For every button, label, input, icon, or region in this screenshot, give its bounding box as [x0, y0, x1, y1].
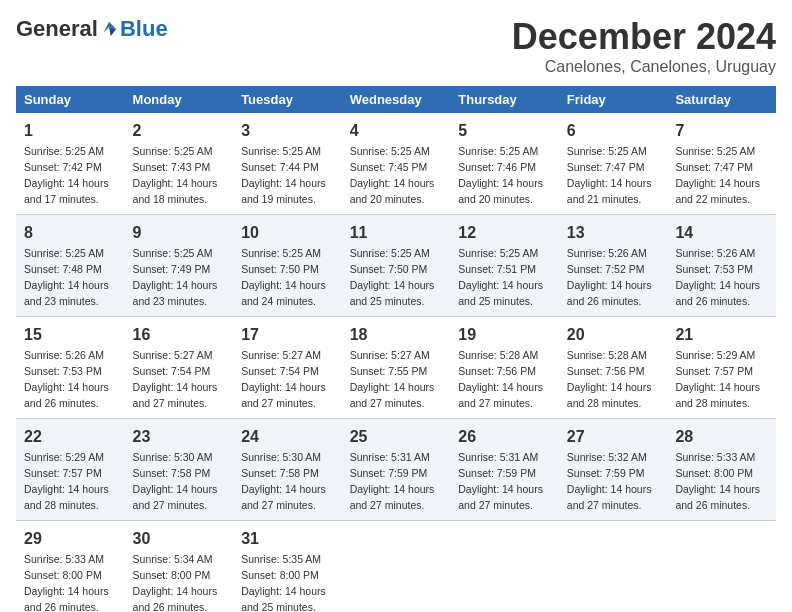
day-info: Sunrise: 5:25 AMSunset: 7:43 PMDaylight:…	[133, 145, 218, 205]
day-info: Sunrise: 5:31 AMSunset: 7:59 PMDaylight:…	[458, 451, 543, 511]
logo-blue: Blue	[120, 16, 168, 42]
calendar-cell: 17 Sunrise: 5:27 AMSunset: 7:54 PMDaylig…	[233, 316, 342, 418]
day-number: 20	[567, 323, 660, 346]
day-number: 27	[567, 425, 660, 448]
calendar-cell: 29 Sunrise: 5:33 AMSunset: 8:00 PMDaylig…	[16, 520, 125, 612]
day-info: Sunrise: 5:35 AMSunset: 8:00 PMDaylight:…	[241, 553, 326, 612]
day-info: Sunrise: 5:27 AMSunset: 7:54 PMDaylight:…	[241, 349, 326, 409]
calendar-week-row: 22 Sunrise: 5:29 AMSunset: 7:57 PMDaylig…	[16, 418, 776, 520]
calendar-week-row: 29 Sunrise: 5:33 AMSunset: 8:00 PMDaylig…	[16, 520, 776, 612]
calendar-cell: 16 Sunrise: 5:27 AMSunset: 7:54 PMDaylig…	[125, 316, 234, 418]
calendar-cell: 28 Sunrise: 5:33 AMSunset: 8:00 PMDaylig…	[667, 418, 776, 520]
calendar-cell: 14 Sunrise: 5:26 AMSunset: 7:53 PMDaylig…	[667, 214, 776, 316]
day-number: 10	[241, 221, 334, 244]
day-info: Sunrise: 5:26 AMSunset: 7:53 PMDaylight:…	[675, 247, 760, 307]
day-number: 31	[241, 527, 334, 550]
day-info: Sunrise: 5:26 AMSunset: 7:53 PMDaylight:…	[24, 349, 109, 409]
day-number: 24	[241, 425, 334, 448]
day-info: Sunrise: 5:27 AMSunset: 7:54 PMDaylight:…	[133, 349, 218, 409]
calendar-cell: 31 Sunrise: 5:35 AMSunset: 8:00 PMDaylig…	[233, 520, 342, 612]
calendar-cell: 4 Sunrise: 5:25 AMSunset: 7:45 PMDayligh…	[342, 113, 451, 214]
title-block: December 2024 Canelones, Canelones, Urug…	[512, 16, 776, 76]
header-saturday: Saturday	[667, 86, 776, 113]
calendar-week-row: 15 Sunrise: 5:26 AMSunset: 7:53 PMDaylig…	[16, 316, 776, 418]
day-number: 13	[567, 221, 660, 244]
day-number: 6	[567, 119, 660, 142]
day-info: Sunrise: 5:25 AMSunset: 7:47 PMDaylight:…	[675, 145, 760, 205]
day-info: Sunrise: 5:32 AMSunset: 7:59 PMDaylight:…	[567, 451, 652, 511]
location: Canelones, Canelones, Uruguay	[512, 58, 776, 76]
header-wednesday: Wednesday	[342, 86, 451, 113]
day-info: Sunrise: 5:25 AMSunset: 7:50 PMDaylight:…	[350, 247, 435, 307]
calendar-cell: 11 Sunrise: 5:25 AMSunset: 7:50 PMDaylig…	[342, 214, 451, 316]
calendar-cell: 2 Sunrise: 5:25 AMSunset: 7:43 PMDayligh…	[125, 113, 234, 214]
header-monday: Monday	[125, 86, 234, 113]
month-title: December 2024	[512, 16, 776, 58]
calendar-cell: 3 Sunrise: 5:25 AMSunset: 7:44 PMDayligh…	[233, 113, 342, 214]
day-info: Sunrise: 5:25 AMSunset: 7:49 PMDaylight:…	[133, 247, 218, 307]
day-info: Sunrise: 5:28 AMSunset: 7:56 PMDaylight:…	[458, 349, 543, 409]
calendar-cell: 27 Sunrise: 5:32 AMSunset: 7:59 PMDaylig…	[559, 418, 668, 520]
day-info: Sunrise: 5:28 AMSunset: 7:56 PMDaylight:…	[567, 349, 652, 409]
day-info: Sunrise: 5:34 AMSunset: 8:00 PMDaylight:…	[133, 553, 218, 612]
day-info: Sunrise: 5:33 AMSunset: 8:00 PMDaylight:…	[675, 451, 760, 511]
day-info: Sunrise: 5:29 AMSunset: 7:57 PMDaylight:…	[675, 349, 760, 409]
calendar-cell	[559, 520, 668, 612]
day-number: 9	[133, 221, 226, 244]
calendar-cell: 21 Sunrise: 5:29 AMSunset: 7:57 PMDaylig…	[667, 316, 776, 418]
day-number: 23	[133, 425, 226, 448]
calendar-cell: 25 Sunrise: 5:31 AMSunset: 7:59 PMDaylig…	[342, 418, 451, 520]
calendar-cell	[667, 520, 776, 612]
calendar-cell: 26 Sunrise: 5:31 AMSunset: 7:59 PMDaylig…	[450, 418, 559, 520]
calendar-cell: 6 Sunrise: 5:25 AMSunset: 7:47 PMDayligh…	[559, 113, 668, 214]
calendar-week-row: 1 Sunrise: 5:25 AMSunset: 7:42 PMDayligh…	[16, 113, 776, 214]
day-number: 1	[24, 119, 117, 142]
calendar-cell: 7 Sunrise: 5:25 AMSunset: 7:47 PMDayligh…	[667, 113, 776, 214]
calendar-cell: 22 Sunrise: 5:29 AMSunset: 7:57 PMDaylig…	[16, 418, 125, 520]
day-number: 19	[458, 323, 551, 346]
day-number: 2	[133, 119, 226, 142]
day-number: 3	[241, 119, 334, 142]
header-tuesday: Tuesday	[233, 86, 342, 113]
day-number: 22	[24, 425, 117, 448]
day-number: 5	[458, 119, 551, 142]
calendar-cell: 5 Sunrise: 5:25 AMSunset: 7:46 PMDayligh…	[450, 113, 559, 214]
calendar-cell: 20 Sunrise: 5:28 AMSunset: 7:56 PMDaylig…	[559, 316, 668, 418]
calendar-cell: 23 Sunrise: 5:30 AMSunset: 7:58 PMDaylig…	[125, 418, 234, 520]
day-info: Sunrise: 5:25 AMSunset: 7:44 PMDaylight:…	[241, 145, 326, 205]
day-number: 7	[675, 119, 768, 142]
logo-bird-icon	[100, 20, 118, 38]
calendar-cell: 9 Sunrise: 5:25 AMSunset: 7:49 PMDayligh…	[125, 214, 234, 316]
day-number: 30	[133, 527, 226, 550]
header-sunday: Sunday	[16, 86, 125, 113]
calendar-cell: 8 Sunrise: 5:25 AMSunset: 7:48 PMDayligh…	[16, 214, 125, 316]
calendar-cell: 30 Sunrise: 5:34 AMSunset: 8:00 PMDaylig…	[125, 520, 234, 612]
calendar-header-row: SundayMondayTuesdayWednesdayThursdayFrid…	[16, 86, 776, 113]
calendar-cell: 1 Sunrise: 5:25 AMSunset: 7:42 PMDayligh…	[16, 113, 125, 214]
day-number: 29	[24, 527, 117, 550]
day-info: Sunrise: 5:30 AMSunset: 7:58 PMDaylight:…	[241, 451, 326, 511]
day-number: 28	[675, 425, 768, 448]
day-info: Sunrise: 5:25 AMSunset: 7:47 PMDaylight:…	[567, 145, 652, 205]
calendar-table: SundayMondayTuesdayWednesdayThursdayFrid…	[16, 86, 776, 612]
day-info: Sunrise: 5:25 AMSunset: 7:50 PMDaylight:…	[241, 247, 326, 307]
day-number: 16	[133, 323, 226, 346]
day-number: 18	[350, 323, 443, 346]
day-number: 26	[458, 425, 551, 448]
calendar-week-row: 8 Sunrise: 5:25 AMSunset: 7:48 PMDayligh…	[16, 214, 776, 316]
day-number: 12	[458, 221, 551, 244]
day-number: 15	[24, 323, 117, 346]
calendar-cell: 10 Sunrise: 5:25 AMSunset: 7:50 PMDaylig…	[233, 214, 342, 316]
calendar-cell: 12 Sunrise: 5:25 AMSunset: 7:51 PMDaylig…	[450, 214, 559, 316]
day-number: 17	[241, 323, 334, 346]
day-info: Sunrise: 5:31 AMSunset: 7:59 PMDaylight:…	[350, 451, 435, 511]
day-number: 25	[350, 425, 443, 448]
header-friday: Friday	[559, 86, 668, 113]
calendar-cell: 18 Sunrise: 5:27 AMSunset: 7:55 PMDaylig…	[342, 316, 451, 418]
day-info: Sunrise: 5:25 AMSunset: 7:51 PMDaylight:…	[458, 247, 543, 307]
day-info: Sunrise: 5:33 AMSunset: 8:00 PMDaylight:…	[24, 553, 109, 612]
day-number: 8	[24, 221, 117, 244]
calendar-cell: 19 Sunrise: 5:28 AMSunset: 7:56 PMDaylig…	[450, 316, 559, 418]
calendar-cell: 15 Sunrise: 5:26 AMSunset: 7:53 PMDaylig…	[16, 316, 125, 418]
calendar-cell: 13 Sunrise: 5:26 AMSunset: 7:52 PMDaylig…	[559, 214, 668, 316]
